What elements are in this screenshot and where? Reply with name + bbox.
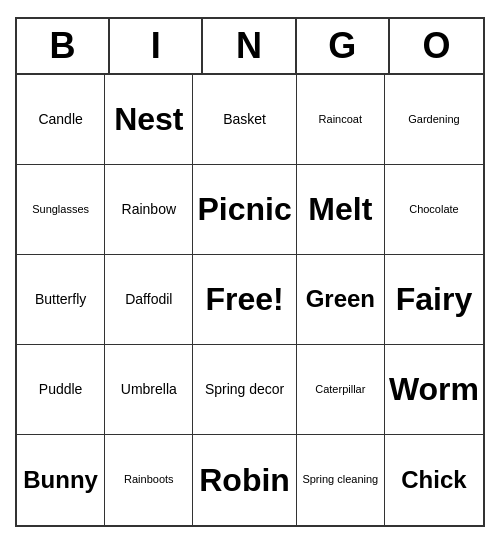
bingo-cell-5: Sunglasses <box>17 165 105 255</box>
header-letter-G: G <box>297 19 390 73</box>
header-letter-N: N <box>203 19 296 73</box>
bingo-card: BINGO CandleNestBasketRaincoatGardeningS… <box>15 17 485 527</box>
bingo-cell-15: Puddle <box>17 345 105 435</box>
bingo-cell-18: Caterpillar <box>297 345 385 435</box>
bingo-cell-1: Nest <box>105 75 193 165</box>
bingo-cell-4: Gardening <box>385 75 483 165</box>
bingo-cell-11: Daffodil <box>105 255 193 345</box>
bingo-cell-22: Robin <box>193 435 296 525</box>
bingo-cell-17: Spring decor <box>193 345 296 435</box>
bingo-cell-19: Worm <box>385 345 483 435</box>
bingo-cell-24: Chick <box>385 435 483 525</box>
header-letter-B: B <box>17 19 110 73</box>
bingo-cell-13: Green <box>297 255 385 345</box>
header-letter-I: I <box>110 19 203 73</box>
bingo-cell-2: Basket <box>193 75 296 165</box>
bingo-cell-12: Free! <box>193 255 296 345</box>
bingo-cell-7: Picnic <box>193 165 296 255</box>
bingo-cell-14: Fairy <box>385 255 483 345</box>
bingo-cell-23: Spring cleaning <box>297 435 385 525</box>
bingo-grid: CandleNestBasketRaincoatGardeningSunglas… <box>17 75 483 525</box>
bingo-cell-6: Rainbow <box>105 165 193 255</box>
header-letter-O: O <box>390 19 483 73</box>
bingo-cell-10: Butterfly <box>17 255 105 345</box>
bingo-cell-8: Melt <box>297 165 385 255</box>
bingo-cell-20: Bunny <box>17 435 105 525</box>
bingo-cell-3: Raincoat <box>297 75 385 165</box>
bingo-cell-21: Rainboots <box>105 435 193 525</box>
bingo-cell-16: Umbrella <box>105 345 193 435</box>
bingo-header: BINGO <box>17 19 483 75</box>
bingo-cell-0: Candle <box>17 75 105 165</box>
bingo-cell-9: Chocolate <box>385 165 483 255</box>
